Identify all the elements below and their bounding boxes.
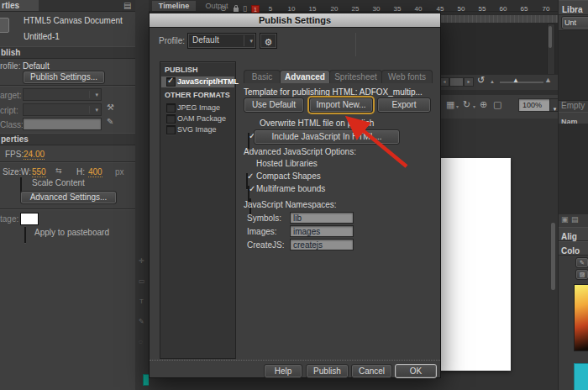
zoom-level-field[interactable]: 100% <box>518 98 553 112</box>
dialog-titlebar[interactable]: Publish Settings <box>150 13 440 28</box>
lock-icon[interactable] <box>234 8 239 12</box>
eye-icon[interactable]: ⊙ <box>220 4 227 13</box>
scrollbar-thumb[interactable] <box>549 26 552 48</box>
document-name[interactable]: Untitled-1 <box>24 32 60 41</box>
fill-color-button[interactable]: ▨ <box>575 269 588 280</box>
format-checkbox[interactable] <box>166 77 176 87</box>
tab-advanced[interactable]: Advanced <box>280 70 330 83</box>
format-row-selected[interactable]: JavaScript/HTML <box>161 76 234 87</box>
clip-content-icon[interactable]: ▢ <box>493 99 501 110</box>
width-value[interactable]: 550 <box>32 167 46 177</box>
format-label: OAM Package <box>177 114 226 123</box>
ok-button[interactable]: OK <box>395 364 437 378</box>
timeline-zoom-slider[interactable] <box>500 82 543 83</box>
divider <box>0 161 135 162</box>
properties-panel: rties ▤ HTML5 Canvas Document Untitled-1… <box>0 0 136 390</box>
library-list-area[interactable] <box>559 124 588 214</box>
tab-properties[interactable]: rties <box>0 0 39 11</box>
publish-button[interactable]: Publish <box>306 364 349 378</box>
properties-section-header[interactable]: perties <box>0 133 136 145</box>
formats-list: PUBLISH JavaScript/HTML OTHER FORMATS JP… <box>160 61 236 359</box>
format-row[interactable]: OAM Package <box>161 113 234 124</box>
profile-value: Default <box>23 61 50 71</box>
stage-label: tage: <box>0 214 18 224</box>
help-button[interactable]: Help <box>264 364 302 378</box>
swatch-grid-icon: ▨ <box>580 271 585 277</box>
ruler-number: 50 <box>455 5 467 13</box>
hscroll-thumb[interactable] <box>449 77 464 87</box>
wrench-icon[interactable]: ⚒ <box>107 103 114 112</box>
slider-thumb-icon[interactable]: ▲ <box>512 76 519 84</box>
symbols-input[interactable] <box>290 212 354 224</box>
format-checkbox[interactable] <box>166 103 176 113</box>
align-panel-header[interactable]: Alig <box>559 227 588 241</box>
pencil-icon[interactable]: ✎ <box>107 117 113 126</box>
color-gradient-picker[interactable] <box>574 284 588 351</box>
gear-icon: ⚙ <box>265 37 273 47</box>
publish-settings-button[interactable]: Publish Settings... <box>23 71 105 84</box>
tab-output[interactable]: Output <box>198 1 235 11</box>
stroke-color-button[interactable]: ✎ <box>575 257 588 268</box>
tool-icon[interactable]: ◌ <box>139 338 143 345</box>
tool-icon[interactable]: ▭ <box>139 277 145 285</box>
stage-vertical-scrollbar-thumb[interactable] <box>551 223 555 290</box>
cancel-button[interactable]: Cancel <box>351 364 392 378</box>
scroll-right-icon[interactable]: ▸ <box>464 77 474 87</box>
export-button[interactable]: Export <box>377 98 431 113</box>
mountain-icon[interactable]: ▲ <box>544 76 552 84</box>
document-type: HTML5 Canvas Document <box>24 16 123 25</box>
undo-icon[interactable]: ↺ <box>477 75 485 86</box>
link-icon[interactable]: ⇆ <box>55 166 62 175</box>
format-checkbox[interactable] <box>166 114 176 124</box>
tab-timeline[interactable]: Timeline <box>152 1 196 11</box>
height-value[interactable]: 400 <box>88 167 102 177</box>
tool-icon[interactable]: T <box>139 298 144 305</box>
library-panel-header[interactable]: Libra <box>559 0 588 15</box>
tab-web-fonts[interactable]: Web fonts <box>381 70 433 83</box>
apply-pasteboard-checkbox[interactable] <box>24 227 26 243</box>
apply-pasteboard-label: Apply to pasteboard <box>34 228 109 237</box>
library-document-dropdown[interactable]: Unt <box>561 16 588 29</box>
fps-value[interactable]: 24.00 <box>24 150 45 160</box>
color-panel-header[interactable]: Colo <box>559 241 588 256</box>
overwrite-label: Overwrite HTML file on publish <box>260 119 374 128</box>
import-new-button[interactable]: Import New... <box>309 98 373 113</box>
slider-min-icon[interactable]: ▲ <box>490 79 495 84</box>
publish-section-header[interactable]: blish <box>0 46 136 59</box>
tool-icon[interactable]: ✎ <box>139 318 144 325</box>
target-label: arget: <box>0 91 22 100</box>
dialog-profile-dropdown[interactable]: Default ▾ <box>187 33 256 49</box>
publish-settings-dialog: Publish Settings Profile: Default ▾ ⚙ PU… <box>149 13 441 378</box>
new-folder-icon[interactable]: ▤ <box>571 215 579 224</box>
tab-spritesheet[interactable]: Spritesheet <box>329 70 382 83</box>
format-row[interactable]: SVG Image <box>161 124 234 135</box>
timeline-vertical-scrollbar[interactable] <box>547 24 555 75</box>
stage-color-swatch[interactable] <box>20 213 39 225</box>
scale-content-label: Scale Content <box>32 178 85 187</box>
width-label: W: <box>21 167 31 177</box>
outline-icon[interactable]: ▯ <box>243 4 247 13</box>
tool-icon[interactable]: ✛ <box>139 257 144 265</box>
format-checkbox[interactable] <box>166 125 176 134</box>
class-field[interactable] <box>23 118 102 130</box>
ruler-number: 25 <box>349 5 361 13</box>
scene-clapperboard-icon[interactable]: ▦ <box>446 99 454 110</box>
divider <box>355 33 356 56</box>
fps-label: FPS: <box>5 150 24 159</box>
edit-symbols-icon[interactable]: ↻ <box>463 99 470 110</box>
images-input[interactable] <box>290 225 354 237</box>
format-row[interactable]: JPEG Image <box>161 103 234 113</box>
script-dropdown[interactable]: ▾ <box>23 103 102 116</box>
cyan-color-swatch[interactable] <box>574 363 588 390</box>
tab-basic[interactable]: Basic <box>244 70 281 83</box>
createjs-input[interactable] <box>290 239 354 250</box>
advanced-settings-button[interactable]: Advanced Settings... <box>20 191 117 204</box>
profile-options-button[interactable]: ⚙ <box>260 33 277 49</box>
panel-menu-icon[interactable]: ▤ <box>123 1 131 10</box>
new-symbol-icon[interactable]: ▣ <box>561 215 569 224</box>
center-frame-icon[interactable]: ⊕ <box>480 99 487 110</box>
include-javascript-button[interactable]: Include JavaScript In HTML... <box>254 129 400 145</box>
use-default-button[interactable]: Use Default <box>244 98 304 113</box>
target-dropdown[interactable]: ▾ <box>23 88 102 101</box>
format-label: JPEG Image <box>177 103 220 112</box>
